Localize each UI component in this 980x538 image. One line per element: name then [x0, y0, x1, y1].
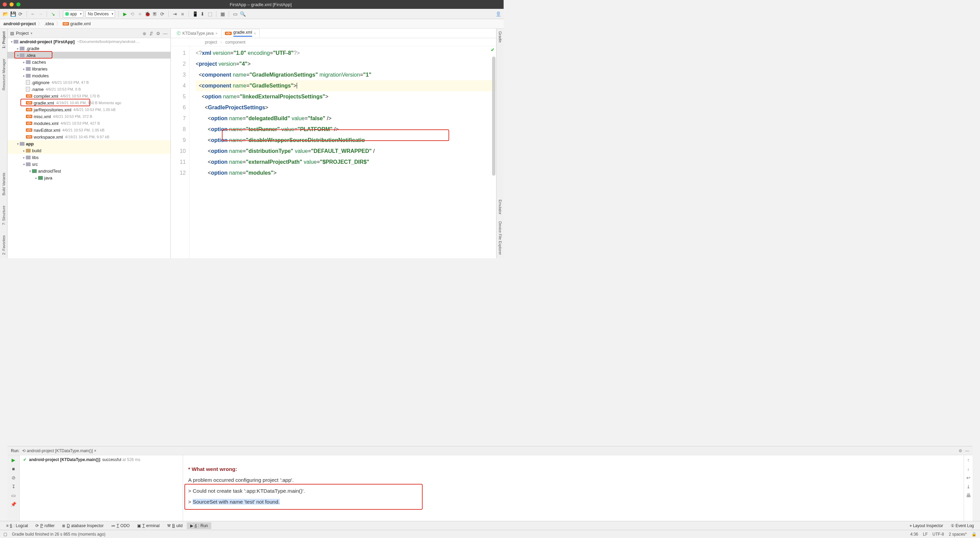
breadcrumb-item[interactable]: android-project — [3, 21, 36, 26]
project-tree[interactable]: ▾ android-project [FirstApp] ~/Documents… — [8, 38, 170, 258]
tree-row[interactable]: </>misc.xml4/6/21 10:53 PM, 372 B — [8, 113, 170, 120]
search-icon[interactable]: 🔍 — [240, 11, 245, 17]
apply-code-icon[interactable]: ≡ — [137, 11, 143, 17]
profile-icon[interactable]: ⟳ — [159, 11, 165, 17]
expand-arrow[interactable]: ▸ — [22, 74, 26, 78]
breadcrumb-item[interactable]: project — [205, 40, 217, 45]
tree-row[interactable]: ▸libraries — [8, 65, 170, 72]
coverage-icon[interactable]: ⛨ — [152, 11, 158, 17]
code-line[interactable]: <?xml version="1.0" encoding="UTF-8"?> — [196, 48, 496, 59]
file-meta: 4/6/21 10:53 PM, 8 B — [46, 87, 81, 91]
code-line[interactable]: <project version="4"> — [196, 59, 496, 69]
run-config-selector[interactable]: app — [63, 10, 83, 18]
expand-icon[interactable]: ⇵ — [150, 31, 154, 36]
open-icon[interactable]: 📂 — [3, 11, 8, 17]
code-line[interactable]: <option name="externalProjectPath" value… — [196, 156, 496, 168]
code-area[interactable]: 123456789101112 <?xml version="1.0" enco… — [171, 46, 496, 258]
back-icon[interactable]: ← — [30, 11, 36, 17]
favorites-tool-button[interactable]: 2: Favorites — [2, 235, 6, 255]
tree-row[interactable]: ▸modules — [8, 72, 170, 79]
structure-icon[interactable]: ▦ — [220, 11, 225, 17]
tree-root[interactable]: ▾ android-project [FirstApp] ~/Documents… — [8, 38, 170, 45]
running-icon[interactable]: ▭ — [232, 11, 238, 17]
forward-icon[interactable]: → — [38, 11, 43, 17]
zoom-window[interactable] — [16, 2, 21, 6]
code-line[interactable]: <component name="GradleSettings"> — [196, 80, 496, 91]
build-icon[interactable]: ↘ — [50, 11, 56, 17]
expand-arrow[interactable]: ▾ — [10, 40, 14, 43]
apply-changes-icon[interactable]: ⟲ — [130, 11, 135, 17]
code-line[interactable]: <GradleProjectSettings> — [196, 102, 496, 113]
breadcrumb-item[interactable]: </>gradle.xml — [63, 21, 91, 26]
tree-row[interactable]: </>workspace.xml4/19/21 10:45 PM, 9.97 k… — [8, 134, 170, 140]
tree-row[interactable]: ▸libs — [8, 154, 170, 161]
tree-row[interactable]: </>gradle.xml4/19/21 10:45 PM, 950 B Mom… — [8, 99, 170, 106]
expand-arrow[interactable]: ▸ — [22, 67, 26, 71]
avd-icon[interactable]: 📱 — [192, 11, 198, 17]
stop-icon[interactable]: ■ — [180, 11, 185, 17]
gear-icon[interactable]: ⚙ — [156, 31, 161, 36]
tree-row[interactable]: ▸build — [8, 147, 170, 154]
close-tab-icon[interactable]: × — [254, 31, 256, 35]
code-line[interactable]: <option name="linkedExternalProjectsSett… — [196, 91, 496, 102]
breadcrumb-item[interactable]: component — [225, 40, 245, 45]
minimize-window[interactable] — [10, 2, 14, 6]
close-window[interactable] — [3, 2, 7, 6]
device-selector[interactable]: No Devices — [86, 10, 115, 18]
code-line[interactable]: <option name="modules"> — [196, 168, 496, 179]
code-line[interactable]: <component name="GradleMigrationSettings… — [196, 69, 496, 80]
tree-row[interactable]: </>modules.xml4/6/21 10:53 PM, 427 B — [8, 120, 170, 127]
expand-arrow[interactable]: ▾ — [16, 53, 20, 57]
tree-row[interactable]: ▸java — [8, 174, 170, 181]
tree-row[interactable]: .name4/6/21 10:53 PM, 8 B — [8, 86, 170, 93]
debug-icon[interactable]: 🐞 — [145, 11, 150, 17]
resource-icon[interactable]: ⬚ — [207, 11, 213, 17]
tree-row[interactable]: ▾androidTest — [8, 168, 170, 174]
expand-arrow[interactable]: ▾ — [28, 169, 32, 173]
project-tool-button[interactable]: 1: Project — [2, 31, 6, 48]
gradle-tool-button[interactable]: Gradle — [498, 31, 502, 43]
tree-row[interactable]: </>navEditor.xml4/6/21 10:53 PM, 1.95 kB — [8, 127, 170, 134]
device-explorer-tool-button[interactable]: Device File Explorer — [498, 221, 502, 255]
save-icon[interactable]: 💾 — [10, 11, 16, 17]
code-content[interactable]: <?xml version="1.0" encoding="UTF-8"?><p… — [189, 46, 496, 258]
expand-arrow[interactable]: ▾ — [16, 142, 20, 146]
emulator-tool-button[interactable]: Emulator — [498, 200, 502, 214]
tree-row[interactable]: </>compiler.xml4/6/21 10:53 PM, 170 B — [8, 93, 170, 99]
code-line[interactable]: <option name="testRunner" value="PLATFOR… — [196, 124, 496, 135]
expand-arrow[interactable]: ▸ — [34, 176, 38, 180]
run-icon[interactable]: ▶ — [122, 11, 127, 17]
code-line[interactable]: <option name="distributionType" value="D… — [196, 146, 496, 156]
resource-manager-tool-button[interactable]: Resource Manager — [2, 59, 6, 91]
hide-icon[interactable]: — — [163, 31, 168, 36]
sync-icon[interactable]: ⟳ — [18, 11, 23, 17]
vertical-scrollbar[interactable] — [492, 56, 495, 176]
tree-row[interactable]: ▾src — [8, 161, 170, 168]
tree-row[interactable]: ▾.idea — [8, 52, 170, 59]
code-line[interactable]: <option name="delegatedBuild" value="fal… — [196, 113, 496, 124]
expand-arrow[interactable]: ▸ — [22, 60, 26, 64]
locate-icon[interactable]: ⊕ — [143, 31, 147, 36]
attach-debugger-icon[interactable]: ⇥ — [172, 11, 178, 17]
tree-row[interactable]: ▾app — [8, 140, 170, 147]
expand-arrow[interactable]: ▸ — [22, 149, 26, 153]
code-line[interactable]: <option name="disableWrapperSourceDistri… — [196, 135, 496, 146]
tree-row[interactable]: ▸.gradle — [8, 45, 170, 52]
tree-row[interactable]: .gitignore4/6/21 10:53 PM, 47 B — [8, 79, 170, 86]
build-variants-tool-button[interactable]: Build Variants — [2, 172, 6, 195]
project-view-selector[interactable]: Project — [16, 31, 29, 36]
user-icon[interactable]: 👤 — [495, 11, 501, 17]
breadcrumb-item[interactable]: .idea — [44, 21, 54, 26]
sdk-icon[interactable]: ⬇ — [200, 11, 205, 17]
editor-tab[interactable]: </>gradle.xml× — [221, 29, 259, 38]
close-tab-icon[interactable]: × — [215, 31, 218, 35]
expand-arrow[interactable]: ▾ — [22, 163, 26, 166]
expand-arrow[interactable]: ▸ — [16, 47, 20, 50]
editor-tab[interactable]: ⒸKTDataType.java× — [173, 29, 221, 38]
tree-row[interactable]: ▸caches — [8, 59, 170, 65]
view-mode-icon[interactable]: ▤ — [10, 31, 14, 36]
inspection-ok-icon[interactable]: ✔ — [491, 47, 495, 53]
tree-row[interactable]: </>jarRepositories.xml4/6/21 10:53 PM, 1… — [8, 106, 170, 113]
expand-arrow[interactable]: ▸ — [22, 156, 26, 160]
structure-tool-button[interactable]: 7: Structure — [2, 206, 6, 225]
